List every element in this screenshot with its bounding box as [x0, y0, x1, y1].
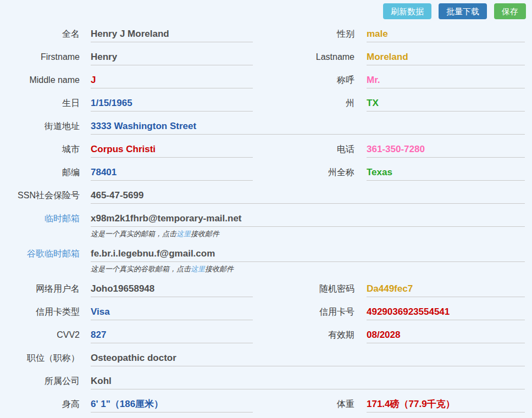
temp-email-label-link[interactable]: 临时邮箱 — [0, 213, 80, 224]
batch-download-button[interactable]: 批量下载 — [439, 3, 487, 19]
field-statefull-value: Texas — [367, 167, 392, 177]
row-firstname-lastname: Firstname Henry Lastname Moreland — [0, 51, 525, 65]
field-fullname-value: Henry J Moreland — [91, 29, 169, 39]
row-jobtitle: 职位（职称） Osteopathic doctor — [0, 352, 525, 366]
field-cctype-label: 信用卡类型 — [0, 306, 80, 317]
field-phone-value: 361-350-7280 — [367, 144, 425, 154]
field-company-label: 所属公司 — [0, 375, 80, 387]
row-gmail: 谷歌临时邮箱 fe.br.i.legebnu.f@gmail.com 这是一个真… — [0, 248, 525, 274]
temp-email-note: 这是一个真实的邮箱，点击这里接收邮件 — [91, 229, 525, 239]
field-street-value: 3333 Washington Street — [91, 121, 196, 131]
row-middlename-salutation: Middle name J 称呼 Mr. — [0, 74, 525, 88]
field-username-value: Joho19658948 — [91, 283, 154, 294]
row-fullname-gender: 全名 Henry J Moreland 性别 male — [0, 28, 525, 42]
field-phone-label: 电话 — [253, 143, 354, 155]
field-middlename-label: Middle name — [0, 74, 80, 86]
field-city-value: Corpus Christi — [91, 144, 156, 154]
save-button[interactable]: 保存 — [494, 3, 526, 19]
field-jobtitle-value: Osteopathic doctor — [91, 353, 176, 363]
row-birthday-state: 生日 1/15/1965 州 TX — [0, 97, 525, 112]
field-gender-value: male — [367, 29, 388, 39]
field-zipcode-value: 78401 — [91, 167, 117, 177]
row-temp-email: 临时邮箱 x98m2k1fhrb@temporary-mail.net 这是一个… — [0, 213, 525, 239]
row-cctype-ccnumber: 信用卡类型 Visa 信用卡号 4929036923554541 — [0, 306, 525, 320]
field-gender-label: 性别 — [253, 28, 354, 40]
field-height-value: 6' 1"（186厘米） — [91, 399, 163, 409]
field-username-label: 网络用户名 — [0, 283, 80, 294]
field-expiry-label: 有效期 — [253, 329, 354, 341]
field-weight-value: 171.4磅（77.9千克） — [367, 399, 455, 409]
field-statefull-label: 州全称 — [253, 166, 354, 178]
field-middlename-value: J — [91, 75, 96, 85]
gmail-receive-link[interactable]: 这里 — [191, 265, 205, 273]
field-password-label: 随机密码 — [253, 283, 354, 294]
field-ccnumber-label: 信用卡号 — [253, 306, 354, 317]
row-ssn: SSN社会保险号 465-47-5699 — [0, 190, 525, 204]
field-temp-email-value: x98m2k1fhrb@temporary-mail.net — [91, 213, 242, 224]
field-salutation-value: Mr. — [367, 75, 380, 85]
field-cvv2-value: 827 — [91, 330, 106, 340]
row-city-phone: 城市 Corpus Christi 电话 361-350-7280 — [0, 143, 525, 158]
field-salutation-label: 称呼 — [253, 74, 354, 86]
field-ccnumber-value: 4929036923554541 — [367, 306, 450, 317]
gmail-note: 这是一个真实的谷歌邮箱，点击这里接收邮件 — [91, 264, 525, 274]
field-expiry-value: 08/2028 — [367, 330, 400, 340]
field-company-value: Kohl — [91, 376, 112, 386]
refresh-data-button[interactable]: 刷新数据 — [383, 3, 431, 19]
field-ssn-value: 465-47-5699 — [91, 190, 143, 200]
field-birthday-label: 生日 — [0, 97, 80, 109]
temp-email-receive-link[interactable]: 这里 — [176, 230, 191, 238]
identity-form: 全名 Henry J Moreland 性别 male Firstname He… — [0, 28, 525, 413]
field-zipcode-label: 邮编 — [0, 166, 80, 178]
row-company: 所属公司 Kohl — [0, 375, 525, 389]
field-gmail-value: fe.br.i.legebnu.f@gmail.com — [91, 248, 215, 259]
row-street: 街道地址 3333 Washington Street — [0, 120, 525, 135]
field-fullname-label: 全名 — [0, 28, 80, 40]
field-city-label: 城市 — [0, 143, 80, 155]
field-cvv2-label: CVV2 — [0, 329, 80, 341]
field-firstname-label: Firstname — [0, 51, 80, 63]
field-lastname-value: Moreland — [367, 52, 408, 62]
field-ssn-label: SSN社会保险号 — [0, 190, 80, 201]
field-birthday-value: 1/15/1965 — [91, 98, 132, 108]
gmail-label-link[interactable]: 谷歌临时邮箱 — [0, 248, 80, 259]
field-street-label: 街道地址 — [0, 120, 80, 132]
row-zipcode-statefull: 邮编 78401 州全称 Texas — [0, 166, 525, 181]
row-cvv2-expiry: CVV2 827 有效期 08/2028 — [0, 329, 525, 343]
row-username-password: 网络用户名 Joho19658948 随机密码 Da449fec7 — [0, 283, 525, 297]
field-jobtitle-label: 职位（职称） — [0, 352, 80, 364]
row-height-weight: 身高 6' 1"（186厘米） 体重 171.4磅（77.9千克） — [0, 398, 525, 413]
field-lastname-label: Lastname — [253, 51, 354, 63]
field-cctype-value: Visa — [91, 306, 110, 317]
field-state-label: 州 — [253, 97, 354, 109]
field-height-label: 身高 — [0, 398, 80, 410]
field-state-value: TX — [367, 98, 379, 108]
field-weight-label: 体重 — [253, 398, 354, 410]
field-firstname-value: Henry — [91, 52, 117, 62]
toolbar: 刷新数据 批量下载 保存 — [0, 0, 532, 19]
field-password-value: Da449fec7 — [367, 283, 413, 294]
